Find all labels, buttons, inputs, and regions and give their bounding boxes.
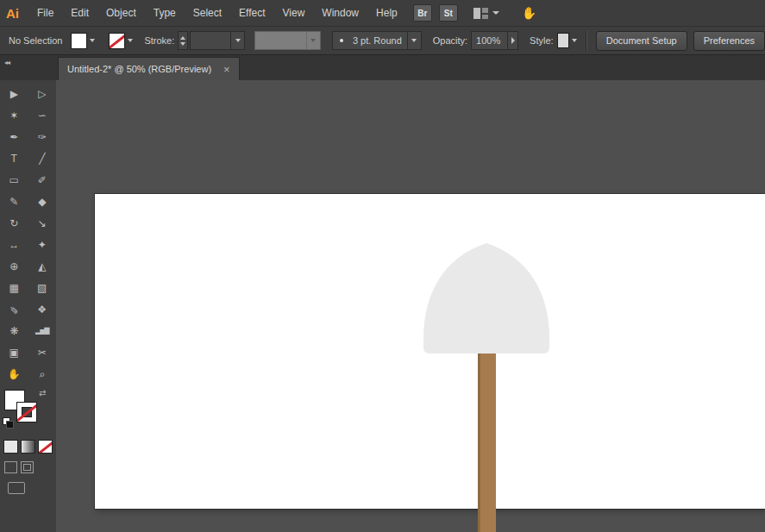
stock-button[interactable]: St — [439, 4, 458, 22]
fill-stroke-chips: ⇄ — [0, 388, 56, 431]
preferences-button[interactable]: Preferences — [693, 31, 765, 51]
document-tab[interactable]: Untitled-2* @ 50% (RGB/Preview) × — [58, 57, 240, 80]
stroke-chip[interactable] — [16, 402, 37, 422]
tools-panel-collapse-icon[interactable]: ◂◂ — [4, 59, 9, 66]
menu-help[interactable]: Help — [367, 0, 406, 26]
artboard-tool[interactable]: ▣ — [0, 341, 28, 363]
blend-tool[interactable]: ❖ — [28, 298, 57, 320]
zoom-tool[interactable]: ⌕ — [28, 363, 57, 385]
screen-mode-button[interactable] — [8, 482, 25, 494]
eyedropper-icon: ✎ — [9, 304, 18, 316]
scale-tool[interactable]: ↘ — [28, 212, 57, 234]
mesh-icon: ▦ — [9, 282, 19, 294]
shovel-handle-shape[interactable] — [478, 339, 496, 532]
brush-combo[interactable]: 3 pt. Round — [332, 31, 422, 50]
tools-panel: ▶ ▷ ✶ ∽ ✒ ✑ T ╱ ▭ ✐ ✎ ◆ ↻ ↘ ↔ ✦ ⊕ ◭ ▦ ▧ … — [0, 80, 57, 532]
close-icon[interactable]: × — [223, 64, 230, 75]
stroke-color-swatch[interactable] — [109, 33, 125, 49]
document-tab-title[interactable]: Untitled-2* @ 50% (RGB/Preview) — [67, 64, 211, 74]
menu-window[interactable]: Window — [313, 0, 367, 26]
illustrator-window: { "app": { "logo": "Ai", "menus": ["File… — [0, 0, 765, 532]
line-segment-tool[interactable]: ╱ — [28, 147, 57, 169]
gradient-tool[interactable]: ▧ — [28, 277, 57, 298]
pencil-tool[interactable]: ✎ — [0, 191, 28, 212]
width-tool[interactable]: ↔ — [0, 234, 28, 255]
stroke-weight-label: Stroke: — [144, 35, 174, 46]
rotate-icon: ↻ — [9, 217, 18, 229]
blend-icon: ❖ — [37, 304, 47, 316]
color-button[interactable] — [3, 440, 18, 454]
eyedropper-tool[interactable]: ✎ — [0, 298, 28, 320]
artwork-layer — [56, 80, 765, 532]
draw-inside-button[interactable] — [21, 461, 34, 473]
none-indicator-icon — [109, 34, 125, 49]
shovel-blade-shape[interactable] — [423, 243, 549, 354]
touch-workspace-icon[interactable]: ✋ — [522, 6, 536, 20]
gradient-button[interactable] — [21, 440, 35, 454]
direct-selection-tool-icon: ▷ — [38, 88, 46, 100]
rotate-tool[interactable]: ↻ — [0, 212, 28, 234]
eraser-tool[interactable]: ◆ — [28, 191, 57, 212]
selection-tool[interactable]: ▶ — [0, 83, 28, 104]
bridge-button[interactable]: Br — [413, 4, 432, 22]
menu-edit[interactable]: Edit — [62, 0, 97, 26]
magic-wand-tool[interactable]: ✶ — [0, 104, 28, 126]
default-fill-stroke-icon[interactable] — [3, 417, 14, 429]
curvature-icon: ✑ — [38, 131, 47, 143]
style-swatch[interactable] — [557, 33, 569, 48]
menu-type[interactable]: Type — [145, 0, 185, 26]
symbol-sprayer-tool[interactable]: ❋ — [0, 320, 28, 341]
eraser-icon: ◆ — [38, 196, 46, 208]
draw-normal-button[interactable] — [4, 461, 17, 473]
paintbrush-icon: ✐ — [38, 174, 47, 186]
step-down-icon[interactable] — [180, 42, 185, 46]
menu-view[interactable]: View — [274, 0, 314, 26]
paintbrush-tool[interactable]: ✐ — [28, 169, 57, 191]
swap-fill-stroke-icon[interactable]: ⇄ — [39, 388, 46, 397]
stroke-weight-combo[interactable] — [190, 31, 245, 50]
scale-icon: ↘ — [38, 217, 47, 229]
menu-select[interactable]: Select — [185, 0, 230, 26]
fill-chevron-icon[interactable] — [90, 39, 95, 42]
shovel-handle-shade — [478, 339, 480, 532]
curvature-tool[interactable]: ✑ — [28, 126, 57, 147]
stroke-weight-stepper[interactable] — [178, 31, 188, 50]
brush-value[interactable]: 3 pt. Round — [348, 35, 407, 46]
menu-object[interactable]: Object — [97, 0, 145, 26]
color-mode-row — [0, 431, 56, 454]
tools-grid: ▶ ▷ ✶ ∽ ✒ ✑ T ╱ ▭ ✐ ✎ ◆ ↻ ↘ ↔ ✦ ⊕ ◭ ▦ ▧ … — [0, 80, 56, 385]
hand-tool[interactable]: ✋ — [0, 363, 28, 385]
free-transform-tool[interactable]: ✦ — [28, 234, 57, 255]
pen-tool[interactable]: ✒ — [0, 126, 28, 147]
mesh-tool[interactable]: ▦ — [0, 277, 28, 298]
lasso-tool[interactable]: ∽ — [28, 104, 57, 126]
rectangle-tool[interactable]: ▭ — [0, 169, 28, 191]
selection-status: No Selection — [0, 35, 71, 46]
perspective-grid-tool[interactable]: ◭ — [28, 255, 57, 277]
direct-selection-tool[interactable]: ▷ — [28, 83, 57, 104]
step-up-icon[interactable] — [180, 36, 185, 40]
symbol-sprayer-icon: ❋ — [9, 325, 18, 337]
stroke-chevron-icon[interactable] — [128, 39, 133, 42]
opacity-options-button[interactable] — [508, 31, 518, 50]
brush-dropdown[interactable] — [407, 32, 421, 49]
canvas-area[interactable] — [56, 80, 765, 532]
stroke-weight-dropdown[interactable] — [230, 32, 244, 49]
type-tool[interactable]: T — [0, 147, 28, 169]
chevron-down-icon[interactable] — [492, 11, 499, 15]
slice-tool[interactable]: ✂ — [28, 341, 57, 363]
opacity-input[interactable]: 100% — [471, 31, 508, 50]
pencil-icon: ✎ — [9, 196, 18, 208]
document-setup-button[interactable]: Document Setup — [596, 31, 687, 51]
fill-color-swatch[interactable] — [71, 33, 87, 49]
artboard-icon: ▣ — [9, 347, 19, 359]
slice-icon: ✂ — [38, 347, 47, 359]
workspace-switcher-icon[interactable] — [473, 8, 488, 19]
style-chevron-icon[interactable] — [572, 39, 577, 42]
column-graph-tool[interactable]: ▂▅▇ — [28, 320, 57, 341]
shape-builder-tool[interactable]: ⊕ — [0, 255, 28, 277]
menu-file[interactable]: File — [28, 0, 62, 26]
none-button[interactable] — [38, 440, 53, 454]
menu-effect[interactable]: Effect — [230, 0, 273, 26]
document-tab-bar: ◂◂ Untitled-2* @ 50% (RGB/Preview) × — [0, 55, 765, 81]
